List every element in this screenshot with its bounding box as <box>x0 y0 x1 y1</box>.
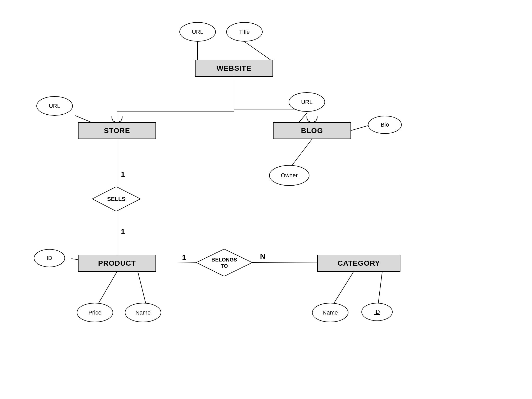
svg-line-8 <box>75 116 91 122</box>
svg-line-20 <box>378 272 382 303</box>
entity-website: WEBSITE <box>195 60 273 77</box>
ellipse-owner: Owner <box>269 165 309 186</box>
ellipse-title1: Title <box>226 22 263 42</box>
svg-line-11 <box>291 139 312 166</box>
ellipse-price: Price <box>77 303 113 322</box>
ellipse-id1: ID <box>34 249 65 267</box>
ellipse-id2: ID <box>361 303 393 321</box>
svg-line-9 <box>299 113 307 122</box>
ellipse-url3: URL <box>289 92 325 112</box>
ellipse-name2: Name <box>312 303 348 322</box>
er-diagram: 1 1 1 N WEBSITE STORE BLOG PRODUCT CATEG… <box>0 0 532 399</box>
svg-line-1 <box>244 42 270 60</box>
svg-line-15 <box>99 272 117 303</box>
svg-line-19 <box>334 272 354 303</box>
diamond-belongs-to: BELONGSTO <box>196 249 252 276</box>
diamond-sells: SELLS <box>92 187 140 211</box>
ellipse-url1: URL <box>179 22 216 42</box>
ellipse-name1: Name <box>125 303 161 322</box>
svg-text:N: N <box>260 252 265 260</box>
ellipse-bio: Bio <box>368 116 402 134</box>
svg-text:1: 1 <box>121 227 125 236</box>
svg-text:1: 1 <box>182 253 186 261</box>
svg-text:1: 1 <box>121 170 125 178</box>
svg-line-16 <box>138 272 146 303</box>
entity-product: PRODUCT <box>78 255 156 272</box>
ellipse-url2: URL <box>36 96 73 116</box>
svg-line-10 <box>351 125 369 130</box>
entity-category: CATEGORY <box>317 255 400 272</box>
entity-blog: BLOG <box>273 122 351 139</box>
entity-store: STORE <box>78 122 156 139</box>
